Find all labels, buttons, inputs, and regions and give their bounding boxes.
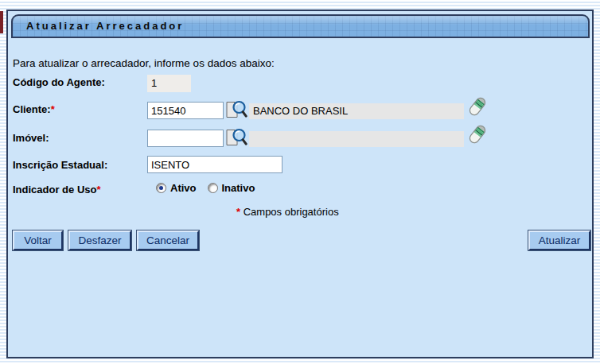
indicador-de-uso-radio-group: Ativo Inativo <box>156 182 266 194</box>
panel-title-bar: Atualizar Arrecadador <box>11 14 590 38</box>
required-fields-note: * Campos obrigatórios <box>236 206 339 218</box>
cliente-code-input[interactable] <box>147 102 224 119</box>
desfazer-button[interactable]: Desfazer <box>68 230 131 250</box>
codigo-agente-label: Código do Agente: <box>13 76 105 88</box>
cliente-required-mark: * <box>51 103 55 115</box>
radio-label-inativo: Inativo <box>222 182 255 194</box>
voltar-button[interactable]: Voltar <box>13 230 63 250</box>
indicador-required-mark: * <box>96 184 100 196</box>
imovel-search-button[interactable] <box>225 126 247 148</box>
imovel-name-display <box>249 131 464 147</box>
radio-label-ativo: Ativo <box>170 182 197 194</box>
cliente-clear-button[interactable] <box>467 96 488 117</box>
search-icon <box>225 126 247 148</box>
imovel-code-input[interactable] <box>147 130 224 147</box>
search-icon <box>225 99 247 120</box>
eraser-icon <box>467 124 488 145</box>
radio-button-ativo[interactable] <box>156 183 166 193</box>
cliente-name-display: BANCO DO BRASIL <box>249 103 464 119</box>
cancelar-button[interactable]: Cancelar <box>137 230 199 250</box>
page-edge-accent <box>0 11 3 33</box>
cliente-label: Cliente:* <box>13 103 55 115</box>
eraser-icon <box>467 96 488 117</box>
imovel-label: Imóvel: <box>13 132 49 144</box>
cliente-search-button[interactable] <box>225 99 247 120</box>
inscricao-estadual-label: Inscrição Estadual: <box>13 159 107 171</box>
radio-option-ativo[interactable]: Ativo <box>156 182 197 194</box>
radio-button-inativo[interactable] <box>208 183 218 193</box>
instruction-text: Para atualizar o arrecadador, informe os… <box>13 57 275 69</box>
codigo-agente-value: 1 <box>147 75 191 92</box>
inscricao-estadual-input[interactable] <box>147 156 282 173</box>
panel-title: Atualizar Arrecadador <box>26 20 184 32</box>
imovel-clear-button[interactable] <box>467 124 488 145</box>
page-background: Atualizar Arrecadador Para atualizar o a… <box>0 0 600 364</box>
radio-option-inativo[interactable]: Inativo <box>208 182 255 194</box>
atualizar-button[interactable]: Atualizar <box>528 230 590 250</box>
required-note-mark: * <box>236 206 240 218</box>
indicador-de-uso-label: Indicador de Uso* <box>13 184 101 196</box>
